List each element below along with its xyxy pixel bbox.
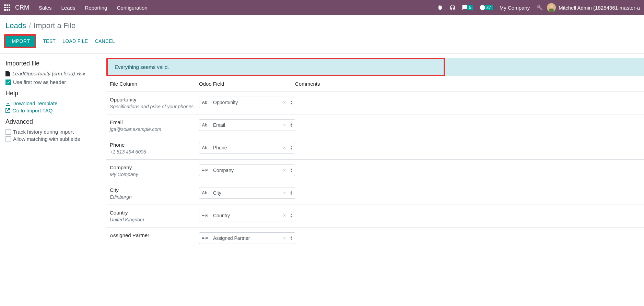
menu-configuration[interactable]: Configuration [117, 5, 147, 11]
track-history-option[interactable]: Track history during import [5, 129, 101, 135]
track-history-label: Track history during import [13, 129, 74, 135]
header-file-column: File Column [110, 81, 199, 87]
activities-icon[interactable]: 37 [477, 4, 495, 11]
field-column-name: City [110, 187, 199, 193]
filename: LeadOpportunity (crm.lead).xlsx [12, 71, 85, 76]
svg-rect-1 [549, 9, 554, 12]
field-type-icon [199, 210, 210, 221]
debug-icon[interactable] [435, 4, 445, 11]
clear-icon[interactable]: × [281, 213, 288, 218]
odoo-field-select[interactable]: AbOpportunity×▲▼ [199, 97, 295, 108]
odoo-field-select[interactable]: Assigned Partner×▲▼ [199, 232, 295, 244]
select-value: Phone [210, 145, 281, 150]
svg-point-7 [207, 237, 208, 239]
field-column-name: Country [110, 210, 199, 216]
svg-point-0 [550, 5, 553, 8]
first-row-header-option[interactable]: Use first row as header [5, 79, 101, 85]
clear-icon[interactable]: × [281, 190, 288, 196]
dropdown-arrows-icon[interactable]: ▲▼ [288, 168, 295, 173]
breadcrumb-sep: / [29, 21, 31, 30]
navbar-right: 5 37 My Company Mitchell Admin (18284361… [435, 3, 640, 12]
field-type-icon: Ab [199, 142, 210, 153]
field-column-name: Assigned Partner [110, 232, 199, 238]
external-link-icon [5, 108, 10, 113]
highlight-import-button: IMPORT [4, 34, 36, 48]
mapping-row: CompanyMy CompanyCompany×▲▼ [106, 159, 644, 182]
field-column-name: Email [110, 119, 199, 125]
field-type-icon: Ab [199, 97, 210, 108]
odoo-field-select[interactable]: AbPhone×▲▼ [199, 142, 295, 154]
dropdown-arrows-icon[interactable]: ▲▼ [288, 100, 295, 105]
dropdown-arrows-icon[interactable]: ▲▼ [288, 123, 295, 127]
clear-icon[interactable]: × [281, 235, 288, 241]
select-value: City [210, 190, 281, 196]
tools-icon[interactable] [535, 4, 545, 11]
svg-rect-6 [202, 237, 204, 239]
field-sample: jga@solar.example.com [110, 126, 199, 132]
user-name: Mitchell Admin (18284361-master-a [559, 5, 640, 11]
breadcrumb: Leads / Import a File [0, 15, 644, 30]
messages-badge: 5 [467, 5, 473, 10]
menu-leads[interactable]: Leads [61, 5, 75, 11]
field-type-icon: Ab [199, 120, 210, 131]
cancel-button[interactable]: CANCEL [95, 38, 115, 44]
first-row-header-label: Use first row as header [13, 79, 66, 85]
mapping-row: CountryUnited KingdomCountry×▲▼ [106, 205, 644, 227]
dropdown-arrows-icon[interactable]: ▲▼ [288, 191, 295, 195]
download-template-link[interactable]: Download Template [5, 100, 101, 106]
navbar-menu: Sales Leads Reporting Configuration [39, 5, 148, 11]
import-faq-link[interactable]: Go to Import FAQ [5, 108, 101, 113]
mappings-container: OpportunitySpecifications and price of y… [106, 91, 644, 249]
support-icon[interactable] [447, 4, 458, 11]
field-sample: Edinburgh [110, 194, 199, 200]
odoo-field-select[interactable]: AbEmail×▲▼ [199, 119, 295, 131]
toolbar: IMPORT TEST LOAD FILE CANCEL [0, 30, 644, 54]
dropdown-arrows-icon[interactable]: ▲▼ [288, 213, 295, 218]
select-value: Assigned Partner [210, 235, 281, 241]
clear-icon[interactable]: × [281, 145, 288, 150]
field-type-icon [199, 165, 210, 176]
header-odoo-field: Odoo Field [199, 81, 295, 87]
field-type-icon [199, 233, 210, 244]
load-file-button[interactable]: LOAD FILE [62, 38, 88, 44]
app-name[interactable]: CRM [15, 4, 29, 11]
apps-icon[interactable] [4, 4, 10, 11]
odoo-field-select[interactable]: Country×▲▼ [199, 210, 295, 221]
menu-reporting[interactable]: Reporting [85, 5, 107, 11]
breadcrumb-parent[interactable]: Leads [5, 21, 26, 30]
checkbox-checked-icon [5, 79, 11, 85]
help-heading: Help [5, 90, 101, 97]
navbar: CRM Sales Leads Reporting Configuration … [0, 0, 644, 15]
svg-point-3 [207, 170, 208, 171]
select-value: Opportunity [210, 100, 281, 105]
clear-icon[interactable]: × [281, 122, 288, 128]
file-row: LeadOpportunity (crm.lead).xlsx [5, 71, 101, 76]
test-button[interactable]: TEST [43, 38, 56, 44]
clear-icon[interactable]: × [281, 100, 288, 105]
user-menu[interactable]: Mitchell Admin (18284361-master-a [547, 3, 640, 12]
field-type-icon: Ab [199, 187, 210, 198]
file-icon [5, 71, 10, 76]
svg-rect-2 [202, 170, 204, 171]
validation-banner: Everything seems valid. [108, 59, 444, 75]
odoo-field-select[interactable]: AbCity×▲▼ [199, 187, 295, 199]
company-selector[interactable]: My Company [497, 5, 532, 11]
dropdown-arrows-icon[interactable]: ▲▼ [288, 145, 295, 150]
select-value: Email [210, 122, 281, 128]
odoo-field-select[interactable]: Company×▲▼ [199, 164, 295, 176]
mapping-row: OpportunitySpecifications and price of y… [106, 91, 644, 114]
select-value: Company [210, 168, 281, 173]
clear-icon[interactable]: × [281, 168, 288, 173]
field-column-name: Opportunity [110, 97, 199, 102]
checkbox-icon [5, 136, 11, 142]
import-button[interactable]: IMPORT [5, 36, 35, 47]
activities-badge: 37 [485, 5, 493, 10]
messages-icon[interactable]: 5 [460, 4, 475, 11]
allow-subfields-label: Allow matching with subfields [13, 136, 80, 142]
dropdown-arrows-icon[interactable]: ▲▼ [288, 236, 295, 241]
allow-subfields-option[interactable]: Allow matching with subfields [5, 136, 101, 142]
field-sample: United Kingdom [110, 217, 199, 222]
field-sample: Specifications and price of your phones [110, 104, 199, 109]
menu-sales[interactable]: Sales [39, 5, 52, 11]
mapping-row: Assigned PartnerAssigned Partner×▲▼ [106, 227, 644, 249]
